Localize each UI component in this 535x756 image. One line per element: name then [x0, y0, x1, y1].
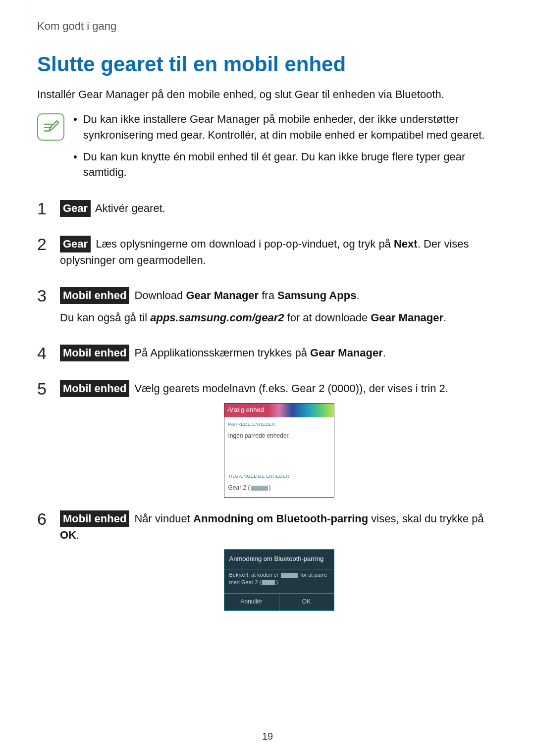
- page-title: Slutte gearet til en mobil enhed: [37, 52, 498, 76]
- device-title-bar: ‹ Vælg enhed: [224, 403, 334, 417]
- step-text: Download: [131, 289, 186, 302]
- link-text: apps.samsung.com/gear2: [150, 311, 284, 324]
- intro-text: Installér Gear Manager på den mobile enh…: [37, 87, 498, 102]
- step-3: 3 Mobil enhed Download Gear Manager fra …: [37, 287, 498, 332]
- emphasis: Samsung Apps: [277, 289, 356, 302]
- available-label: TILGÆNGELIGE ENHEDER: [224, 469, 334, 483]
- note-list: Du kan ikke installere Gear Manager på m…: [73, 111, 498, 187]
- steps-list: 1 Gear Aktivér gearet. 2 Gear Læs oplysn…: [37, 200, 498, 611]
- step-2: 2 Gear Læs oplysningerne om download i p…: [37, 236, 498, 274]
- dialog-body: Bekræft, at koden er for at parre med Ge…: [224, 569, 334, 594]
- step-5: 5 Mobil enhed Vælg gearets modelnavn (f.…: [37, 380, 498, 498]
- step-number: 5: [37, 380, 51, 498]
- emphasis: Next: [394, 238, 418, 250]
- redacted-icon: [281, 573, 298, 578]
- step-1: 1 Gear Aktivér gearet.: [37, 200, 498, 223]
- bluetooth-dialog: Anmodning om Bluetooth-parring Bekræft, …: [224, 549, 334, 611]
- available-device: Gear 2 (): [224, 483, 334, 497]
- step-text: På Applikationsskærmen trykkes på: [131, 347, 310, 359]
- step-4: 4 Mobil enhed På Applikationsskærmen try…: [37, 345, 498, 367]
- tag-mobile: Mobil enhed: [60, 380, 129, 397]
- step-number: 2: [37, 236, 51, 274]
- tag-gear: Gear: [60, 236, 91, 252]
- step-text: vises, skal du trykke på: [368, 512, 484, 525]
- step-text: Aktivér gearet.: [93, 202, 165, 214]
- emphasis: Gear Manager: [310, 347, 383, 359]
- step-number: 3: [37, 287, 51, 332]
- note-item: Du kan ikke installere Gear Manager på m…: [73, 111, 498, 143]
- step-text: fra: [259, 289, 277, 302]
- emphasis: Gear Manager: [371, 311, 443, 324]
- step-text: Vælg gearets modelnavn (f.eks. Gear 2 (0…: [131, 382, 448, 395]
- dialog-title: Anmodning om Bluetooth-parring: [224, 550, 334, 569]
- tag-mobile: Mobil enhed: [60, 345, 129, 361]
- notes-pencil-icon: [43, 118, 59, 135]
- section-header: Kom godt i gang: [37, 20, 498, 33]
- ok-button[interactable]: OK: [279, 594, 334, 610]
- note-block: Du kan ikke installere Gear Manager på m…: [37, 111, 498, 187]
- paired-none: Ingen parrede enheder.: [224, 431, 334, 469]
- tag-mobile: Mobil enhed: [60, 510, 129, 527]
- dialog-buttons: Annullér OK: [224, 594, 334, 610]
- emphasis: Anmodning om Bluetooth-parring: [193, 512, 368, 525]
- step-text: Læs oplysningerne om download i pop-op-v…: [93, 238, 394, 250]
- step-text: Du kan også gå til: [60, 311, 150, 324]
- step-text: .: [76, 529, 79, 541]
- step-number: 1: [37, 200, 51, 223]
- cancel-button[interactable]: Annullér: [224, 594, 279, 610]
- note-icon: [37, 113, 64, 141]
- device-screenshot: ‹ Vælg enhed PARREDE ENHEDER Ingen parre…: [224, 403, 334, 498]
- device-title-text: Vælg enhed: [229, 405, 264, 415]
- step-text: .: [356, 289, 359, 302]
- step-6: 6 Mobil enhed Når vinduet Anmodning om B…: [37, 510, 498, 611]
- tag-mobile: Mobil enhed: [60, 287, 129, 304]
- step-number: 6: [37, 510, 51, 611]
- paired-label: PARREDE ENHEDER: [224, 417, 334, 431]
- step-text: .: [383, 347, 386, 359]
- step-number: 4: [37, 345, 51, 367]
- redacted-icon: [262, 580, 275, 585]
- step-text: .: [443, 311, 446, 324]
- emphasis: Gear Manager: [186, 289, 259, 302]
- note-item: Du kan kun knytte én mobil enhed til ét …: [73, 149, 498, 181]
- emphasis: OK: [60, 529, 76, 541]
- redacted-icon: [251, 486, 268, 491]
- tag-gear: Gear: [60, 200, 91, 217]
- page-number: 19: [0, 731, 535, 742]
- step-text: Når vinduet: [131, 512, 193, 525]
- step-text: for at downloade: [284, 311, 371, 324]
